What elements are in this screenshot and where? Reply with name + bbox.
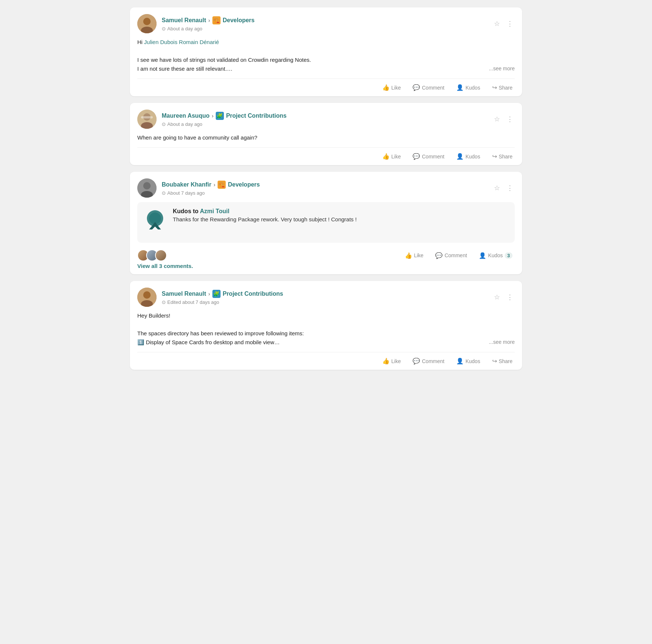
star-button-4[interactable]: ☆ (493, 292, 501, 303)
comment-icon-3: 💬 (435, 252, 443, 259)
avatar-boubaker (137, 178, 157, 198)
post-footer-4: 👍 Like 💬 Comment 👤 Kudos ↪ Share (130, 352, 522, 370)
time-label-4: Edited about 7 days ago (167, 299, 219, 305)
time-label-3: About 7 days ago (167, 190, 205, 196)
space-icon-4: 🧩 (212, 290, 221, 298)
space-icon-2: 🧩 (216, 112, 224, 120)
post-footer-1: 👍 Like 💬 Comment 👤 Kudos ↪ Share (130, 79, 522, 96)
comment-avatar-3 (155, 249, 167, 261)
like-label-3: Like (414, 252, 424, 258)
post-meta-2: Maureen Asuquo › 🧩 Project Contributions… (162, 112, 493, 127)
more-button-4[interactable]: ⋮ (505, 292, 515, 303)
post-card-2: Maureen Asuquo › 🧩 Project Contributions… (130, 103, 522, 165)
kudos-label-3: Kudos (488, 252, 503, 258)
post-footer-2: 👍 Like 💬 Comment 👤 Kudos ↪ Share (130, 148, 522, 165)
kudos-button-3[interactable]: 👤 Kudos 3 (477, 251, 515, 261)
clock-icon-2: ⊙ (162, 121, 166, 127)
post-time-2: ⊙ About a day ago (162, 121, 493, 127)
like-label-4: Like (391, 358, 401, 364)
post-card-4: Samuel Renault › 🧩 Project Contributions… (130, 281, 522, 370)
space-icon-1: 🏗️ (212, 16, 221, 24)
author-name-4[interactable]: Samuel Renault (162, 291, 206, 297)
like-button-3[interactable]: 👍 Like (403, 251, 426, 261)
share-icon-2: ↪ (492, 153, 497, 160)
space-name-2[interactable]: Project Contributions (226, 113, 287, 119)
author-line-2: Maureen Asuquo › 🧩 Project Contributions (162, 112, 493, 120)
comment-label-1: Comment (422, 85, 444, 91)
star-button-1[interactable]: ☆ (493, 18, 501, 29)
author-name-2[interactable]: Maureen Asuquo (162, 113, 209, 119)
comment-button-1[interactable]: 💬 Comment (410, 83, 447, 93)
kudos-message: Thanks for the Rewarding Package rework.… (173, 216, 357, 222)
star-button-2[interactable]: ☆ (493, 114, 501, 125)
more-button-3[interactable]: ⋮ (505, 182, 515, 194)
more-button-2[interactable]: ⋮ (505, 114, 515, 125)
like-icon-1: 👍 (382, 84, 390, 91)
clock-icon-3: ⊙ (162, 190, 166, 196)
author-name-1[interactable]: Samuel Renault (162, 17, 206, 24)
see-more-4[interactable]: ...see more (489, 338, 515, 346)
comment-button-2[interactable]: 💬 Comment (410, 151, 447, 161)
post-body-2: When are going to have a community call … (130, 133, 522, 147)
post-top-actions-1: ☆ ⋮ (493, 18, 515, 29)
time-label-2: About a day ago (167, 121, 202, 127)
chevron-2: › (212, 113, 214, 119)
post-body-1: Hi Julien Dubois Romain Dénarié I see we… (130, 38, 522, 78)
see-more-1[interactable]: ...see more (489, 64, 515, 73)
svg-point-8 (143, 182, 151, 189)
space-name-3[interactable]: Developers (228, 181, 260, 188)
kudos-icon-1: 👤 (456, 84, 464, 91)
avatar-samuel-1 (137, 14, 157, 33)
comment-button-4[interactable]: 💬 Comment (410, 356, 447, 366)
share-button-1[interactable]: ↪ Share (490, 83, 515, 93)
kudos-medal-icon (144, 208, 166, 237)
author-line-4: Samuel Renault › 🧩 Project Contributions (162, 290, 493, 298)
post-top-actions-3: ☆ ⋮ (493, 182, 515, 194)
mention-1[interactable]: Julien Dubois Romain Dénarié (144, 39, 219, 45)
post-header-4: Samuel Renault › 🧩 Project Contributions… (130, 281, 522, 311)
like-button-1[interactable]: 👍 Like (380, 83, 403, 93)
kudos-button-4[interactable]: 👤 Kudos (454, 356, 483, 366)
kudos-count: 3 (505, 252, 512, 259)
space-name-4[interactable]: Project Contributions (223, 291, 283, 297)
kudos-button-2[interactable]: 👤 Kudos (454, 151, 483, 161)
avatar-samuel-2 (137, 288, 157, 307)
like-button-2[interactable]: 👍 Like (380, 151, 403, 161)
kudos-label-4: Kudos (466, 358, 480, 364)
author-name-3[interactable]: Boubaker Khanfir (162, 181, 211, 188)
post-time-1: ⊙ About a day ago (162, 26, 493, 31)
kudos-title: Kudos to Azmi Touil (173, 208, 357, 215)
post-header-2: Maureen Asuquo › 🧩 Project Contributions… (130, 103, 522, 133)
share-icon-4: ↪ (492, 358, 497, 365)
kudos-recipient[interactable]: Azmi Touil (200, 208, 229, 214)
comment-button-3[interactable]: 💬 Comment (433, 251, 469, 261)
post-body-prefix-1: Hi (137, 39, 144, 45)
space-name-1[interactable]: Developers (223, 17, 255, 24)
clock-icon-4: ⊙ (162, 299, 166, 305)
kudos-label-1: Kudos (466, 85, 480, 91)
kudos-text: Kudos to Azmi Touil Thanks for the Rewar… (173, 208, 357, 222)
star-button-3[interactable]: ☆ (493, 182, 501, 194)
comment-icon-4: 💬 (413, 358, 420, 365)
avatar-maureen (137, 110, 157, 129)
post-body-text-2: When are going to have a community call … (137, 134, 257, 141)
chevron-1: › (208, 17, 210, 23)
kudos-icon-4: 👤 (456, 358, 464, 365)
post-meta-4: Samuel Renault › 🧩 Project Contributions… (162, 290, 493, 305)
post-top-actions-4: ☆ ⋮ (493, 292, 515, 303)
post-card-3: Boubaker Khanfir › 🏗️ Developers ⊙ About… (130, 172, 522, 274)
svg-rect-6 (141, 116, 153, 118)
more-button-1[interactable]: ⋮ (505, 18, 515, 29)
kudos-button-1[interactable]: 👤 Kudos (454, 83, 483, 93)
author-line-3: Boubaker Khanfir › 🏗️ Developers (162, 181, 493, 189)
like-icon-4: 👍 (382, 358, 390, 365)
clock-icon-1: ⊙ (162, 26, 166, 31)
like-button-4[interactable]: 👍 Like (380, 356, 403, 366)
share-label-1: Share (499, 85, 512, 91)
svg-point-15 (143, 291, 151, 299)
share-button-2[interactable]: ↪ Share (490, 151, 515, 161)
kudos-label-2: Kudos (466, 154, 480, 160)
share-button-4[interactable]: ↪ Share (490, 356, 515, 366)
view-comments-link[interactable]: View all 3 comments. (130, 263, 522, 274)
post-meta-1: Samuel Renault › 🏗️ Developers ⊙ About a… (162, 16, 493, 31)
